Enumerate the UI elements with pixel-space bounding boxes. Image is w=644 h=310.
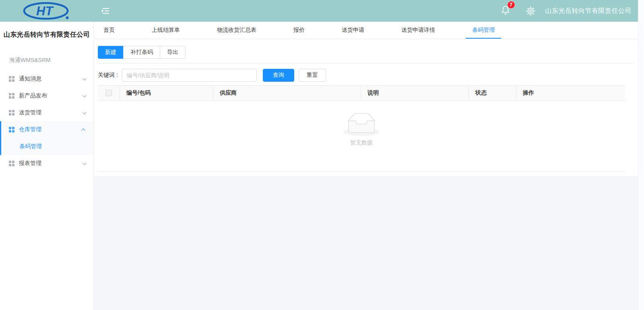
menu-fold-icon[interactable] <box>101 7 110 14</box>
sidebar-item-label: 新产品发布 <box>19 92 47 99</box>
search-row: 关键词 : 查询 重置 <box>98 69 634 82</box>
sidebar-item-delivery[interactable]: 送货管理 <box>0 104 93 121</box>
main-content: 首页 上线结算单 物流收货汇总表 报价 送货申请 送货申请详情 条码管理 新建 … <box>94 22 638 310</box>
tab-delivery-request[interactable]: 送货申请 <box>335 22 371 39</box>
empty-box-icon <box>343 113 380 136</box>
toolbar-button-group: 新建 补打条码 导出 <box>98 46 186 59</box>
sidebar-subitem-barcode[interactable]: 条码管理 <box>1 138 93 155</box>
chevron-down-icon <box>83 161 87 165</box>
column-header-supplier: 供应商 <box>213 86 361 100</box>
select-all-cell <box>98 86 120 100</box>
column-header-description: 说明 <box>361 86 469 100</box>
keyword-input[interactable] <box>122 69 257 82</box>
empty-text: 暂无数据 <box>350 139 373 147</box>
sidebar-group-warehouse: 仓库管理 条码管理 <box>0 121 93 155</box>
notification-bell-icon[interactable]: 7 <box>501 5 510 17</box>
column-header-status: 状态 <box>469 86 516 100</box>
sidebar: 山东光岳转向节有限责任公司 海通WMS&SRM 通知消息 新产品发布 送货管理 … <box>0 22 94 310</box>
chevron-down-icon <box>83 93 87 97</box>
grid-icon <box>9 127 14 132</box>
tab-delivery-request-detail[interactable]: 送货申请详情 <box>395 22 442 39</box>
chevron-down-icon <box>83 110 87 114</box>
header-company-name: 山东光岳转向节有限责任公司 <box>545 7 632 15</box>
sidebar-item-label: 仓库管理 <box>19 126 41 133</box>
settings-gear-icon[interactable] <box>526 6 536 16</box>
sidebar-menu: 通知消息 新产品发布 送货管理 仓库管理 条码管理 报表管理 <box>0 70 93 172</box>
sidebar-item-notice[interactable]: 通知消息 <box>0 70 93 87</box>
grid-icon <box>9 110 14 116</box>
keyword-label: 关键词 : <box>98 72 118 79</box>
sidebar-item-label: 报表管理 <box>19 160 41 167</box>
company-logo-icon: HT <box>22 2 72 20</box>
reset-button[interactable]: 重置 <box>299 69 326 82</box>
new-button[interactable]: 新建 <box>98 46 124 59</box>
chevron-down-icon <box>83 76 87 81</box>
table-header: 编号/包码 供应商 说明 状态 操作 <box>98 85 625 101</box>
barcode-table: 编号/包码 供应商 说明 状态 操作 暂无数据 <box>98 85 625 172</box>
column-header-actions: 操作 <box>516 86 625 100</box>
tab-home[interactable]: 首页 <box>97 22 121 39</box>
select-all-checkbox[interactable] <box>105 90 112 96</box>
tab-online-settlement[interactable]: 上线结算单 <box>145 22 186 39</box>
grid-icon <box>9 93 14 99</box>
tab-logistics-summary[interactable]: 物流收货汇总表 <box>211 22 263 39</box>
export-button[interactable]: 导出 <box>160 46 186 59</box>
header-right: 7 <box>501 5 638 17</box>
sidebar-item-warehouse[interactable]: 仓库管理 <box>1 121 93 138</box>
notification-badge: 7 <box>508 1 515 8</box>
sidebar-item-new-product[interactable]: 新产品发布 <box>0 87 93 104</box>
sidebar-system-name: 海通WMS&SRM <box>9 57 93 64</box>
sidebar-item-label: 送货管理 <box>19 109 41 116</box>
table-empty-state: 暂无数据 <box>98 101 625 172</box>
column-header-code: 编号/包码 <box>120 86 213 100</box>
toolbar: 新建 补打条码 导出 <box>98 39 634 64</box>
sidebar-subitem-label: 条码管理 <box>19 143 42 150</box>
reprint-barcode-button[interactable]: 补打条码 <box>123 46 160 59</box>
app-header: HT 7 <box>0 0 638 22</box>
query-button[interactable]: 查询 <box>263 69 294 82</box>
sidebar-item-report[interactable]: 报表管理 <box>0 155 93 172</box>
logo-zone: HT <box>0 2 94 20</box>
svg-text:HT: HT <box>36 4 54 18</box>
grid-icon <box>9 161 14 166</box>
grid-icon <box>9 76 14 82</box>
chevron-up-icon <box>81 128 85 132</box>
content-card: 新建 补打条码 导出 关键词 : 查询 重置 编号/包码 供应商 说明 状态 操… <box>94 39 638 176</box>
tab-quotation[interactable]: 报价 <box>287 22 311 39</box>
vertical-scrollbar[interactable] <box>638 0 644 310</box>
sidebar-company-title: 山东光岳转向节有限责任公司 <box>0 22 93 39</box>
tab-barcode-management[interactable]: 条码管理 <box>466 22 501 39</box>
tab-bar: 首页 上线结算单 物流收货汇总表 报价 送货申请 送货申请详情 条码管理 <box>94 22 638 39</box>
sidebar-item-label: 通知消息 <box>19 75 41 83</box>
